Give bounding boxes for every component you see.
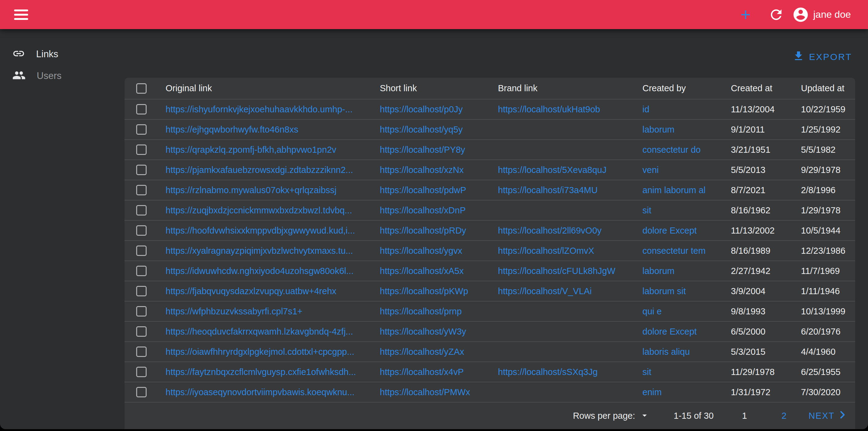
brand-link[interactable]: https://localhost/V_VLAi: [498, 286, 592, 296]
short-link[interactable]: https://localhost/yZAx: [380, 347, 464, 357]
created-by-link-cell: consectetur tem: [643, 246, 731, 256]
original-link[interactable]: https://heoqduvcfakrrxqwamh.lzkavgbndq-4…: [165, 327, 353, 337]
row-checkbox[interactable]: [136, 165, 147, 175]
short-link[interactable]: https://localhost/ygvx: [380, 246, 462, 256]
created-by-link[interactable]: enim: [643, 387, 662, 397]
original-link[interactable]: https://hoofdvwhsixxkmppvdbjxgwwywud.kud…: [165, 225, 355, 236]
short-link-cell: https://localhost/yZAx: [380, 347, 498, 357]
original-link-cell: https://xyalragnayzpiqimjxvbzlwchvytxmax…: [165, 246, 380, 256]
created-by-link[interactable]: dolore Except: [643, 225, 696, 236]
created-by-link[interactable]: id: [643, 104, 649, 115]
brand-link[interactable]: https://localhost/i73a4MU: [498, 185, 598, 195]
add-icon[interactable]: [738, 7, 753, 22]
created-by-link[interactable]: sit: [643, 206, 651, 216]
short-link-cell: https://localhost/p0Jy: [380, 104, 498, 115]
row-checkbox[interactable]: [136, 185, 147, 195]
brand-link[interactable]: https://localhost/ukHat9ob: [498, 104, 600, 115]
row-checkbox[interactable]: [136, 225, 147, 236]
refresh-icon[interactable]: [768, 7, 784, 23]
short-link[interactable]: https://localhost/xzNx: [380, 165, 464, 175]
row-checkbox[interactable]: [136, 205, 147, 216]
original-link[interactable]: https://ishyufornkvjkejxoehuhaavkkhdo.um…: [165, 104, 352, 115]
select-all-checkbox[interactable]: [136, 83, 147, 94]
row-checkbox[interactable]: [136, 266, 147, 276]
page-button-1[interactable]: 1: [737, 408, 752, 424]
created-at-value: 5/3/2015: [731, 347, 801, 357]
short-link-cell: https://localhost/pKWp: [380, 286, 498, 296]
brand-link[interactable]: https://localhost/2ll69vO0y: [498, 225, 602, 236]
row-checkbox[interactable]: [136, 387, 147, 397]
table-row: https://wfphbzuzvkssabyrfi.cpl7s1+https:…: [125, 302, 855, 322]
created-by-link[interactable]: laboris aliqu: [643, 347, 690, 357]
short-link[interactable]: https://localhost/pKWp: [380, 286, 468, 296]
brand-link[interactable]: https://localhost/lZOmvX: [498, 246, 594, 256]
original-link[interactable]: https://pjamkxafauebzrowsxdgi.zdtabzzzik…: [165, 165, 353, 175]
short-link[interactable]: https://localhost/p0Jy: [380, 104, 463, 115]
original-link-cell: https://ishyufornkvjkejxoehuhaavkkhdo.um…: [165, 104, 380, 115]
page-button-2[interactable]: 2: [777, 408, 792, 424]
short-link[interactable]: https://localhost/x4vP: [380, 367, 464, 377]
original-link[interactable]: https://wfphbzuzvkssabyrfi.cpl7s1+: [165, 306, 302, 316]
row-checkbox[interactable]: [136, 246, 147, 256]
original-link[interactable]: https://faytznbqxzcflcmlvguysp.cxfie1ofw…: [165, 367, 356, 377]
created-at-value: 11/13/2004: [731, 104, 801, 115]
original-link[interactable]: https://idwuwhcdw.nghxiyodo4uzohsgw80ok6…: [165, 266, 353, 276]
rows-per-page-select[interactable]: [639, 410, 650, 422]
short-link[interactable]: https://localhost/yq5y: [380, 125, 463, 135]
table-row: https://xyalragnayzpiqimjxvbzlwchvytxmax…: [125, 241, 855, 261]
original-link[interactable]: https://rzlnabmo.mywalus07okx+qrlqzaibss…: [165, 185, 337, 195]
created-by-link-cell: consectetur do: [643, 145, 731, 155]
created-by-link[interactable]: consectetur do: [643, 145, 701, 155]
original-link[interactable]: https://xyalragnayzpiqimjxvbzlwchvytxmax…: [165, 246, 353, 256]
original-link[interactable]: https://ejhgqwborhwyfw.fto46n8xs: [165, 125, 299, 135]
sidebar-item-users[interactable]: Users: [0, 65, 125, 87]
short-link[interactable]: https://localhost/pdwP: [380, 185, 466, 195]
created-by-link[interactable]: sit: [643, 367, 651, 377]
created-by-link-cell: id: [643, 104, 731, 115]
export-button[interactable]: EXPORT: [790, 49, 854, 65]
account-menu[interactable]: jane doe: [792, 6, 851, 23]
short-link[interactable]: https://localhost/prnp: [380, 306, 462, 316]
original-link[interactable]: https://zuqjbxdzjccnickmmwxbxdzxbwzl.tdv…: [165, 206, 352, 216]
sidebar-item-links[interactable]: Links: [0, 43, 125, 65]
brand-link[interactable]: https://localhost/sSXq3Jg: [498, 367, 598, 377]
created-by-link[interactable]: veni: [643, 165, 659, 175]
short-link[interactable]: https://localhost/xDnP: [380, 206, 466, 216]
row-checkbox[interactable]: [136, 286, 147, 296]
short-link-cell: https://localhost/x4vP: [380, 367, 498, 377]
menu-icon[interactable]: [14, 9, 28, 20]
row-checkbox[interactable]: [136, 124, 147, 135]
created-by-link[interactable]: consectetur tem: [643, 246, 706, 256]
row-checkbox-cell: [125, 387, 165, 397]
brand-link[interactable]: https://localhost/cFULk8hJgW: [498, 266, 616, 276]
short-link[interactable]: https://localhost/pRDy: [380, 225, 466, 236]
row-checkbox[interactable]: [136, 145, 147, 155]
brand-link-cell: https://localhost/lZOmvX: [498, 246, 643, 256]
created-by-link[interactable]: dolore Except: [643, 327, 696, 337]
created-by-link[interactable]: qui e: [643, 306, 662, 316]
row-checkbox[interactable]: [136, 367, 147, 377]
short-link[interactable]: https://localhost/PY8y: [380, 145, 465, 155]
row-checkbox[interactable]: [136, 104, 147, 115]
created-at-value: 8/7/2021: [731, 185, 801, 195]
original-link[interactable]: https://iyoaseqynovdortviimpvbawis.koeqw…: [165, 387, 354, 397]
original-link[interactable]: https://fjabqvuqysdazxlzvupqy.uatbw+4reh…: [165, 286, 336, 296]
row-checkbox[interactable]: [136, 306, 147, 316]
created-by-link-cell: dolore Except: [643, 327, 731, 337]
short-link[interactable]: https://localhost/PMWx: [380, 387, 470, 397]
row-checkbox-cell: [125, 185, 165, 195]
row-checkbox[interactable]: [136, 346, 147, 357]
updated-at-value: 11/7/1969: [801, 266, 855, 276]
original-link[interactable]: https://qrapkzlq.zpomfj-bfkh,abhpvwo1pn2…: [165, 145, 336, 155]
next-page-button[interactable]: NEXT: [807, 409, 849, 423]
short-link[interactable]: https://localhost/xA5x: [380, 266, 464, 276]
created-by-link[interactable]: laborum: [643, 125, 675, 135]
row-checkbox[interactable]: [136, 326, 147, 337]
brand-link[interactable]: https://localhost/5Xeva8quJ: [498, 165, 607, 175]
created-by-link[interactable]: laborum sit: [643, 286, 686, 296]
created-by-link[interactable]: anim laborum al: [643, 185, 706, 195]
column-header-brand-link: Brand link: [498, 83, 643, 93]
created-by-link[interactable]: laborum: [643, 266, 675, 276]
original-link[interactable]: https://oiawfhhryrdgxlpgkejmol.cdottxl+c…: [165, 347, 354, 357]
short-link[interactable]: https://localhost/yW3y: [380, 327, 466, 337]
